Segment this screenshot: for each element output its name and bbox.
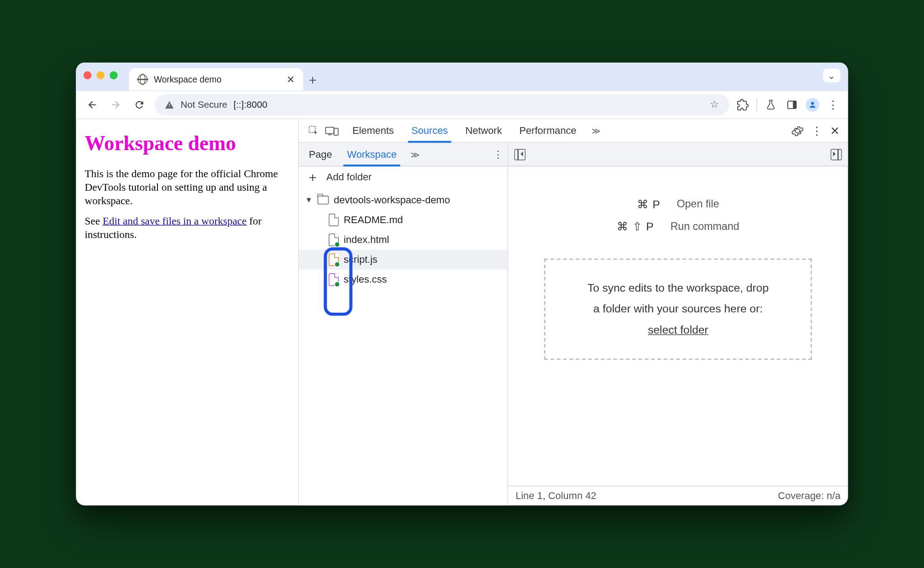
devtools-close-button[interactable]: ✕ [830,124,840,137]
tree-file-index[interactable]: index.html [299,230,507,250]
editor-toolbar [508,143,848,166]
url-text: [::]:8000 [234,99,268,110]
sources-body: Page Workspace ≫ ⋮ ＋ Add folder ▼ devtoo [299,143,848,506]
page-paragraph-2: See Edit and save files in a workspace f… [85,215,290,242]
page-heading: Workspace demo [85,130,290,157]
reload-button[interactable] [131,96,148,114]
navigator-tabs: Page Workspace ≫ ⋮ [299,143,507,166]
folder-icon [318,196,329,204]
profile-button[interactable] [806,98,819,111]
nav-more-tabs-button[interactable]: ≫ [404,143,424,166]
chrome-menu-button[interactable]: ⋮ [826,98,841,111]
file-js-icon [329,253,339,266]
tree-file-script[interactable]: script.js [299,250,507,270]
avatar-icon [808,100,817,109]
window-controls [83,71,118,82]
workspace-dropzone[interactable]: To sync edits to the workspace, drop a f… [544,258,812,359]
panel-icon [786,99,798,110]
svg-rect-1 [793,101,796,109]
svg-rect-4 [326,127,334,133]
editor-placeholder: ⌘ P Open file ⌘ ⇧ P Run command To sync … [508,166,848,486]
tree-folder[interactable]: ▼ devtools-workspace-demo [299,190,507,210]
side-panel-button[interactable] [785,99,799,110]
devtools-menu-button[interactable]: ⋮ [811,124,822,137]
file-tree: ▼ devtools-workspace-demo README.md inde… [299,188,507,292]
arrow-right-icon [110,99,121,110]
browser-tab[interactable]: Workspace demo ✕ [129,68,303,91]
tab-sources[interactable]: Sources [402,119,457,142]
forward-button[interactable] [107,96,125,114]
cursor-position: Line 1, Column 42 [516,490,596,501]
reload-icon [134,99,145,110]
nav-tab-workspace[interactable]: Workspace [340,143,404,166]
show-navigator-button[interactable] [514,149,526,160]
rendered-page: Workspace demo This is the demo page for… [76,119,299,505]
bookmark-button[interactable]: ☆ [710,98,719,111]
puzzle-icon [737,98,749,111]
inspect-element-button[interactable] [308,124,320,137]
plus-icon: ＋ [306,169,319,185]
tree-file-readme[interactable]: README.md [299,210,507,230]
tutorial-link[interactable]: Edit and save files in a workspace [102,215,246,227]
file-html-icon [329,234,339,246]
page-paragraph-1: This is the demo page for the official C… [85,167,290,208]
tab-network[interactable]: Network [457,119,511,142]
svg-point-2 [811,101,814,104]
tab-overflow-button[interactable]: ⌄ [823,69,841,82]
address-bar[interactable]: Not Secure [::]:8000 ☆ [154,94,729,115]
devtools-panel: Elements Sources Network Performance ≫ ⋮… [299,119,848,505]
tab-title: Workspace demo [154,74,222,84]
select-folder-link[interactable]: select folder [564,320,792,341]
sources-navigator: Page Workspace ≫ ⋮ ＋ Add folder ▼ devtoo [299,143,508,506]
flask-icon [765,98,776,111]
svg-rect-6 [334,128,338,135]
tab-performance[interactable]: Performance [511,119,585,142]
kbd-open-file: ⌘ P [637,197,661,211]
close-window-button[interactable] [83,71,92,79]
toolbar-separator [757,98,757,111]
warning-icon [164,100,174,110]
mapped-dot-icon [334,261,340,267]
devtools-tabs: Elements Sources Network Performance ≫ ⋮… [299,119,848,142]
browser-toolbar: Not Secure [::]:8000 ☆ ⋮ [76,91,848,119]
sources-editor: ⌘ P Open file ⌘ ⇧ P Run command To sync … [508,143,848,506]
mapped-dot-icon [334,242,340,247]
device-toolbar-button[interactable] [325,124,338,137]
file-icon [329,214,339,226]
editor-status-bar: Line 1, Column 42 Coverage: n/a [508,486,848,505]
close-tab-button[interactable]: ✕ [286,73,295,85]
tree-file-styles[interactable]: styles.css [299,270,507,289]
tab-elements[interactable]: Elements [344,119,403,142]
file-css-icon [329,274,339,286]
show-debugger-button[interactable] [831,149,842,160]
globe-icon [138,74,148,84]
maximize-window-button[interactable] [110,71,118,79]
labs-button[interactable] [763,98,778,111]
security-label: Not Secure [180,99,227,110]
content-area: Workspace demo This is the demo page for… [76,119,848,505]
shortcut-open-file: ⌘ P Open file [637,197,719,211]
back-button[interactable] [83,96,101,114]
devtools-tools-left [303,119,344,142]
tab-strip: Workspace demo ✕ ＋ ⌄ [76,63,848,91]
more-tabs-button[interactable]: ≫ [585,119,605,142]
browser-window: Workspace demo ✕ ＋ ⌄ Not Secure [::]:800… [76,63,848,506]
coverage-status: Coverage: n/a [778,490,841,501]
gear-icon [791,124,804,137]
extensions-button[interactable] [735,98,750,111]
kbd-run-command: ⌘ ⇧ P [617,220,654,234]
settings-button[interactable] [791,124,804,137]
add-folder-button[interactable]: ＋ Add folder [299,166,507,188]
shortcut-run-command: ⌘ ⇧ P Run command [617,220,739,234]
minimize-window-button[interactable] [97,71,105,79]
mapped-dot-icon [334,281,340,287]
arrow-left-icon [87,99,98,110]
caret-down-icon: ▼ [305,196,313,204]
nav-tab-page[interactable]: Page [301,143,340,166]
new-tab-button[interactable]: ＋ [303,71,322,91]
nav-menu-button[interactable]: ⋮ [489,143,507,166]
